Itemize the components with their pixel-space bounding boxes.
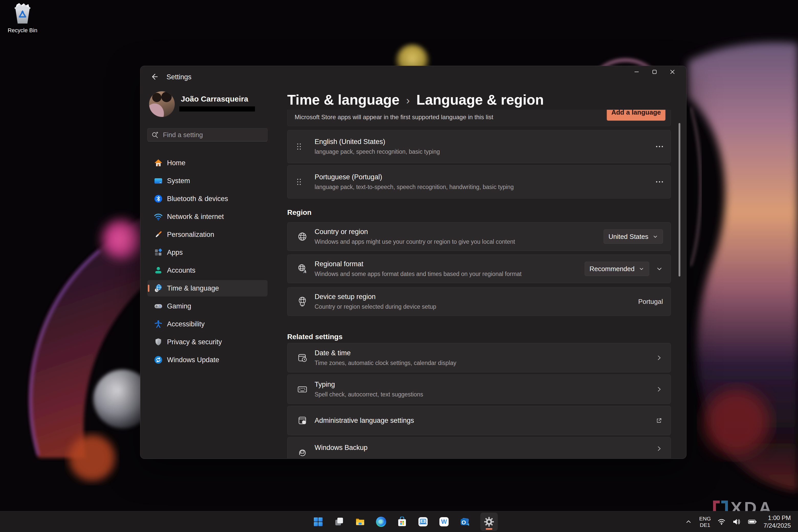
add-language-button[interactable]: Add a language [607,110,666,121]
recycle-bin-shortcut[interactable]: Recycle Bin [5,3,40,34]
drag-handle-icon[interactable] [297,179,301,185]
backup-icon [297,446,308,458]
sidebar-item-label: Time & language [167,284,219,292]
back-arrow-icon [150,72,159,81]
volume-icon[interactable] [732,518,741,526]
settings-taskbar-button[interactable] [480,513,498,531]
regional-format-icon: A [297,263,308,274]
sidebar-item-label: Accessibility [167,320,205,328]
region-section-header: Region [287,208,311,217]
drag-handle-icon[interactable] [297,144,301,150]
search-icon [151,131,159,139]
device-setup-region-value: Portugal [638,298,663,306]
windows-backup-row[interactable]: Windows Backup [287,437,671,458]
person-icon [154,266,163,275]
regional-format-dropdown[interactable]: Recommended [585,262,649,276]
windows-app-button[interactable] [417,516,429,527]
setting-title: Country or region [315,228,515,236]
administrative-language-row[interactable]: Administrative language settings [287,406,671,435]
device-region-globe-icon [297,296,308,307]
accessibility-person-icon [154,320,163,329]
sidebar-item-home[interactable]: Home [147,155,268,171]
w-app-button[interactable]: W [438,516,450,527]
date-time-row[interactable]: Date & time Time zones, automatic clock … [287,343,671,373]
task-view-button[interactable] [334,516,345,527]
tray-language-indicator[interactable]: ENG DE1 [699,515,711,528]
sidebar-item-network-internet[interactable]: Network & internet [147,208,268,225]
sidebar-item-accessibility[interactable]: Accessibility [147,316,268,332]
minimize-icon [633,69,640,75]
setting-title: Date & time [315,349,456,357]
edge-browser-button[interactable] [376,516,387,527]
minimize-button[interactable] [628,66,645,78]
user-name: João Carrasqueira [181,95,248,103]
user-avatar[interactable] [149,91,175,117]
admin-language-icon [297,415,308,426]
page-title: Language & region [416,92,544,108]
tray-clock[interactable]: 1:00 PM 7/24/2025 [763,514,791,529]
setting-desc: Country or region selected during device… [315,303,436,310]
sidebar-item-privacy-security[interactable]: Privacy & security [147,334,268,350]
battery-icon[interactable] [747,518,757,526]
tray-chevron-up-button[interactable] [684,516,692,527]
microsoft-store-button[interactable] [396,516,408,527]
breadcrumb-parent[interactable]: Time & language [287,92,400,108]
sidebar-item-label: Apps [167,249,183,256]
home-icon [154,158,163,168]
svg-text:O: O [461,519,466,526]
sidebar-item-time-language[interactable]: Time & language [147,280,268,297]
wifi-globe-icon [154,212,163,221]
scrollbar[interactable] [679,123,680,277]
sidebar-item-label: Privacy & security [167,338,222,346]
svg-text:W: W [441,518,447,525]
close-button[interactable] [664,66,681,78]
expand-chevron-icon[interactable] [656,265,663,272]
sidebar-item-label: Network & internet [167,213,224,221]
sidebar-item-accounts[interactable]: Accounts [147,262,268,279]
gamepad-icon [154,302,163,311]
banner-text: Microsoft Store apps will appear in the … [294,114,493,121]
sidebar-item-personalization[interactable]: Personalization [147,226,268,243]
country-dropdown[interactable]: United States [604,229,663,244]
more-options-button[interactable] [656,146,663,147]
search-box[interactable] [147,128,268,141]
outlook-button[interactable]: O [459,516,471,527]
sidebar-item-system[interactable]: System [147,173,268,189]
setting-title: Administrative language settings [315,417,414,424]
update-arrows-icon [154,355,163,364]
chevron-right-icon [655,354,663,362]
setting-title: Windows Backup [315,444,367,452]
sidebar-item-bluetooth-devices[interactable]: Bluetooth & devices [147,191,268,207]
tray-time: 1:00 PM [768,514,791,522]
gear-icon [484,516,494,527]
setting-title: Device setup region [315,293,436,301]
sidebar-item-gaming[interactable]: Gaming [147,298,268,314]
sidebar-item-windows-update[interactable]: Windows Update [147,352,268,368]
start-button[interactable] [312,516,324,527]
sidebar-item-label: Gaming [167,302,191,310]
file-explorer-button[interactable] [355,516,366,527]
typing-row[interactable]: Typing Spell check, autocorrect, text su… [287,375,671,404]
language-row-english[interactable]: English (United States) language pack, s… [287,130,671,163]
search-input[interactable] [163,131,264,139]
language-features: language pack, text-to-speech, speech re… [315,184,514,191]
maximize-button[interactable] [646,66,663,78]
desktop: Recycle Bin XDA Settings João Carrasquei… [0,0,798,532]
wifi-icon[interactable] [718,518,726,526]
date-time-icon [297,352,308,363]
settings-window: Settings João Carrasqueira [140,66,686,459]
active-app-indicator [486,528,492,530]
regional-format-row: A Regional format Windows and some apps … [287,254,671,283]
sidebar-nav: Home System Bluetooth & devices Network … [147,155,268,369]
sidebar-item-apps[interactable]: Apps [147,244,268,261]
chevron-right-icon [655,445,663,453]
add-language-label: Add a language [611,110,661,116]
language-row-portuguese[interactable]: Portuguese (Portugal) language pack, tex… [287,165,671,198]
user-email-redacted [179,107,255,112]
more-options-button[interactable] [656,181,663,183]
back-button[interactable] [148,71,160,83]
keyboard-icon [297,384,308,395]
sidebar-item-label: Windows Update [167,356,219,364]
tray-date: 7/24/2025 [763,522,791,529]
bluetooth-icon [154,194,163,203]
